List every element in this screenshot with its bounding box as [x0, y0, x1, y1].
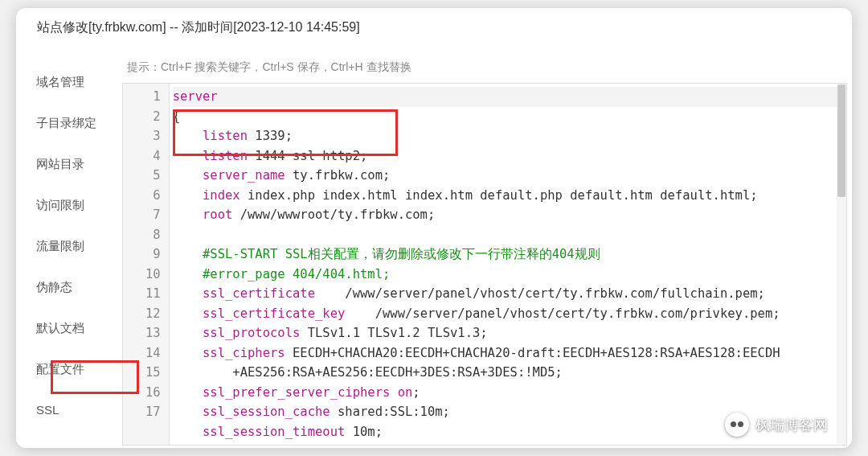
code-line[interactable]: index index.php index.html index.htm def…: [173, 186, 846, 206]
code-editor[interactable]: 1234567891011121314151617 server{ listen…: [122, 83, 847, 446]
modal-title: 站点修改[ty.frbkw.com] -- 添加时间[2023-12-10 14…: [16, 8, 852, 46]
code-line[interactable]: [173, 225, 846, 245]
vertical-scrollbar[interactable]: [837, 84, 846, 444]
code-line[interactable]: #SSL-START SSL相关配置，请勿删除或修改下一行带注释的404规则: [173, 244, 846, 265]
sidebar-item-domain[interactable]: 域名管理: [16, 62, 114, 103]
code-line[interactable]: ssl_prefer_server_ciphers on;: [173, 383, 846, 403]
code-line[interactable]: #error_page 404/404.html;: [173, 265, 846, 285]
code-line[interactable]: ssl_certificate_key /www/server/panel/vh…: [173, 304, 846, 324]
main-panel: 提示：Ctrl+F 搜索关键字，Ctrl+S 保存，Ctrl+H 查找替换 12…: [114, 46, 852, 446]
sidebar: 域名管理 子目录绑定 网站目录 访问限制 流量限制 伪静态 默认文档 配置文件 …: [16, 46, 114, 446]
code-line[interactable]: ssl_session_timeout 10m;: [173, 422, 846, 442]
sidebar-item-subdir[interactable]: 子目录绑定: [16, 103, 114, 144]
sidebar-item-config[interactable]: 配置文件: [16, 349, 114, 390]
code-area[interactable]: server{ listen 1339; listen 1444 ssl htt…: [170, 84, 846, 445]
sidebar-item-ssl[interactable]: SSL: [16, 390, 114, 429]
sidebar-item-default-doc[interactable]: 默认文档: [16, 308, 114, 349]
modal-content: 域名管理 子目录绑定 网站目录 访问限制 流量限制 伪静态 默认文档 配置文件 …: [16, 46, 852, 446]
site-edit-modal: 站点修改[ty.frbkw.com] -- 添加时间[2023-12-10 14…: [16, 8, 852, 448]
code-line[interactable]: +AES256:RSA+AES256:EECDH+3DES:RSA+3DES:!…: [173, 363, 846, 383]
code-line[interactable]: root /www/wwwroot/ty.frbkw.com;: [173, 205, 846, 225]
editor-hint: 提示：Ctrl+F 搜索关键字，Ctrl+S 保存，Ctrl+H 查找替换: [122, 60, 852, 75]
scrollbar-thumb[interactable]: [837, 84, 845, 197]
code-line[interactable]: ssl_ciphers EECDH+CHACHA20:EECDH+CHACHA2…: [173, 343, 846, 364]
code-line[interactable]: listen 1444 ssl http2;: [173, 146, 846, 166]
line-gutter: 1234567891011121314151617: [123, 84, 170, 445]
code-line[interactable]: ssl_session_cache shared:SSL:10m;: [173, 402, 846, 422]
code-line[interactable]: ssl_certificate /www/server/panel/vhost/…: [173, 284, 846, 304]
code-line[interactable]: {: [173, 107, 846, 127]
sidebar-item-access[interactable]: 访问限制: [16, 185, 114, 226]
sidebar-item-webroot[interactable]: 网站目录: [16, 144, 114, 185]
sidebar-item-traffic[interactable]: 流量限制: [16, 226, 114, 267]
sidebar-item-rewrite[interactable]: 伪静态: [16, 267, 114, 308]
code-line[interactable]: listen 1339;: [173, 126, 846, 146]
code-line[interactable]: server: [173, 87, 846, 107]
code-line[interactable]: server_name ty.frbkw.com;: [173, 166, 846, 186]
code-line[interactable]: ssl_protocols TLSv1.1 TLSv1.2 TLSv1.3;: [173, 323, 846, 343]
